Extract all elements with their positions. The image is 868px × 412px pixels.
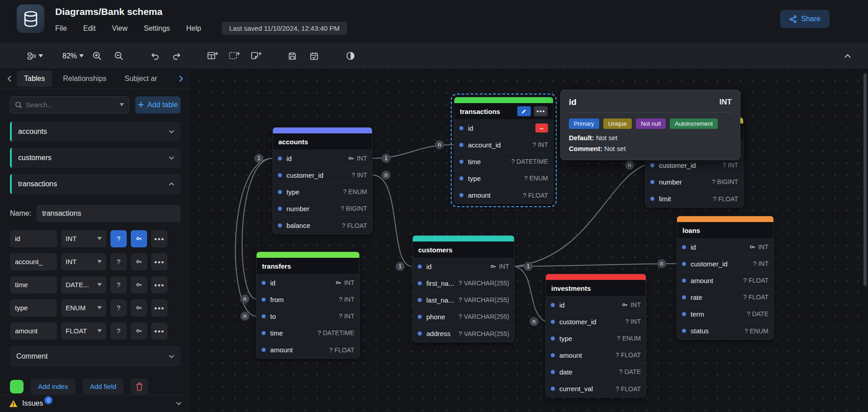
sidebar-table-accounts[interactable]: accounts	[10, 122, 181, 142]
table-node-loans[interactable]: loansidINTcustomer_id? INTamount? FLOATr…	[677, 216, 774, 340]
table-title-row[interactable]: transfers	[257, 258, 359, 275]
chevron-down-icon[interactable]	[176, 402, 181, 405]
field-row-phone[interactable]: phone? VARCHAR(255)	[413, 308, 514, 325]
field-row-amount[interactable]: amount? FLOAT	[454, 187, 553, 204]
redo-button[interactable]	[168, 47, 185, 65]
table-more-button[interactable]: ●●●	[534, 106, 548, 116]
table-node-accounts[interactable]: accountsidINTcustomer_id? INTtype? ENUMn…	[272, 127, 372, 234]
field-options-button[interactable]: ●●●	[151, 230, 167, 247]
table-title-row[interactable]: loans	[677, 222, 773, 239]
chevron-down-icon[interactable]	[119, 103, 124, 106]
add-field-button[interactable]: Add field	[83, 379, 124, 394]
diagram-layout-button[interactable]	[26, 47, 43, 65]
sidebar-table-transactions[interactable]: transactions	[10, 174, 181, 194]
table-node-customers[interactable]: customersidINTfirst_na...? VARCHAR(255)l…	[412, 235, 515, 342]
add-note-button[interactable]	[248, 47, 265, 65]
field-row-id[interactable]: id–	[454, 120, 553, 137]
sidebar-scrollbar[interactable]	[863, 73, 867, 286]
field-row-term[interactable]: term? DATE	[677, 306, 773, 322]
field-row-type[interactable]: type? ENUM	[454, 170, 553, 187]
field-row-id[interactable]: idINT	[677, 239, 773, 256]
tab-relationships[interactable]: Relationships	[56, 71, 114, 87]
theme-toggle-button[interactable]	[342, 47, 359, 65]
menu-view[interactable]: View	[112, 24, 127, 33]
zoom-level-select[interactable]: 82%	[62, 47, 84, 65]
field-row-balance[interactable]: balance? FLOAT	[273, 217, 372, 234]
add-area-button[interactable]	[226, 47, 243, 65]
tab-tables[interactable]: Tables	[17, 71, 52, 87]
field-row-date[interactable]: date? DATE	[546, 364, 646, 380]
field-name-input[interactable]	[10, 299, 57, 317]
table-node-transactions[interactable]: transactions●●●id–account_id? INTtime? D…	[454, 97, 553, 204]
save-button[interactable]	[284, 47, 301, 65]
share-button[interactable]: Share	[780, 10, 830, 28]
field-type-select[interactable]: INT	[61, 253, 106, 270]
field-row-from[interactable]: from? INT	[257, 291, 359, 308]
tab-subject-areas[interactable]: Subject ar	[117, 71, 164, 87]
primary-key-toggle[interactable]	[131, 299, 147, 317]
edit-table-button[interactable]	[517, 106, 531, 116]
menu-file[interactable]: File	[55, 24, 67, 33]
field-row-current_val[interactable]: current_val? FLOAT	[546, 380, 646, 397]
app-logo[interactable]	[17, 5, 44, 33]
primary-key-toggle[interactable]	[131, 230, 147, 247]
field-row-time[interactable]: time? DATETIME	[257, 325, 359, 341]
field-row-to[interactable]: to? INT	[257, 308, 359, 325]
add-table-button[interactable]: Add table	[135, 96, 181, 114]
field-options-button[interactable]: ●●●	[151, 276, 167, 294]
field-row-number[interactable]: number? BIGINT	[273, 200, 372, 217]
nullable-toggle[interactable]: ?	[110, 276, 127, 294]
table-name-input[interactable]	[37, 205, 181, 222]
table-title-row[interactable]: investments	[546, 280, 646, 297]
field-type-select[interactable]: DATE...	[61, 276, 106, 294]
issues-bar[interactable]: Issues 0	[0, 395, 191, 412]
zoom-out-button[interactable]	[110, 47, 127, 65]
nullable-toggle[interactable]: ?	[110, 322, 127, 340]
field-row-type[interactable]: type? ENUM	[273, 184, 372, 200]
collapse-toolbar-button[interactable]	[839, 47, 856, 65]
field-type-select[interactable]: FLOAT	[61, 322, 106, 340]
menu-settings[interactable]: Settings	[144, 24, 170, 33]
field-row-time[interactable]: time? DATETIME	[454, 153, 553, 170]
menu-help[interactable]: Help	[186, 24, 201, 33]
nullable-toggle[interactable]: ?	[110, 230, 127, 247]
table-title-row[interactable]: customers	[413, 242, 514, 258]
field-row-customer_id[interactable]: customer_id? INT	[273, 167, 372, 184]
primary-key-toggle[interactable]	[131, 276, 147, 294]
field-name-input[interactable]	[10, 230, 57, 247]
tabs-scroll-left-button[interactable]	[5, 74, 13, 84]
field-row-amount[interactable]: amount? FLOAT	[257, 341, 359, 358]
add-index-button[interactable]: Add index	[31, 379, 76, 394]
table-node-transfers[interactable]: transfersidINTfrom? INTto? INTtime? DATE…	[256, 251, 360, 359]
add-table-tool-button[interactable]	[204, 47, 221, 65]
field-options-button[interactable]: ●●●	[151, 299, 167, 317]
field-row-id[interactable]: idINT	[273, 150, 372, 167]
primary-key-toggle[interactable]	[131, 322, 147, 340]
undo-button[interactable]	[146, 47, 163, 65]
field-options-button[interactable]: ●●●	[151, 253, 167, 270]
field-type-select[interactable]: ENUM	[61, 299, 106, 317]
field-row-rate[interactable]: rate? FLOAT	[677, 289, 773, 306]
field-row-type[interactable]: type? ENUM	[546, 330, 646, 347]
field-options-button[interactable]: ●●●	[151, 322, 167, 340]
field-row-address[interactable]: address? VARCHAR(255)	[413, 325, 514, 342]
menu-edit[interactable]: Edit	[83, 24, 96, 33]
field-row-last_na[interactable]: last_na...? VARCHAR(255)	[413, 292, 514, 308]
field-name-input[interactable]	[10, 253, 57, 270]
field-name-input[interactable]	[10, 276, 57, 294]
table-title-row[interactable]: transactions●●●	[454, 103, 553, 120]
table-title-row[interactable]: accounts	[273, 133, 372, 150]
field-row-id[interactable]: idINT	[413, 258, 514, 275]
field-row-id[interactable]: idINT	[257, 275, 359, 291]
nullable-toggle[interactable]: ?	[110, 299, 127, 317]
delete-table-button[interactable]	[131, 379, 148, 395]
sidebar-table-customers[interactable]: customers	[10, 148, 181, 168]
comment-collapse[interactable]: Comment	[10, 346, 181, 367]
table-node-investments[interactable]: investmentsidINTcustomer_id? INTtype? EN…	[545, 274, 646, 398]
field-row-number[interactable]: number? BIGINT	[645, 174, 743, 190]
delete-field-button[interactable]: –	[535, 123, 548, 133]
search-box[interactable]	[10, 96, 129, 114]
zoom-in-button[interactable]	[88, 47, 105, 65]
nullable-toggle[interactable]: ?	[110, 253, 127, 270]
field-name-input[interactable]	[10, 322, 57, 340]
